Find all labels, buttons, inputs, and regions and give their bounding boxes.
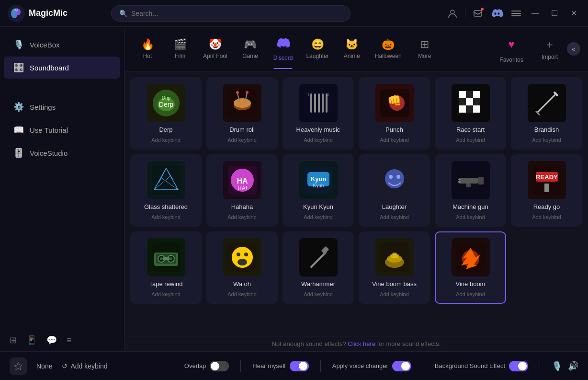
notification-icon[interactable] [471,7,485,20]
halloween-icon: 🎃 [382,38,395,51]
sound-keybind-vine-boom[interactable]: Add keybind [456,291,485,297]
sound-card-punch[interactable]: 👊 Punch Add keybind [359,77,430,150]
sound-grid-container[interactable]: Derp Drip Derp Add keybind [124,71,588,336]
sound-card-wa-oh[interactable]: Wa oh Add keybind [206,231,278,304]
tab-laughter[interactable]: 😄 Laughter [300,35,334,63]
sound-keybind-ready-go[interactable]: Add keybind [532,214,561,220]
sound-card-heavenly-music[interactable]: ♪ ♫ Heavenly music Add keybind [283,77,354,150]
tab-import[interactable]: ＋ Import [534,34,565,64]
sound-card-race-start[interactable]: Race start Add keybind [435,77,506,150]
sound-card-ready-go[interactable]: READY Ready go Add keybind [511,154,582,227]
tab-more[interactable]: ⊞ More [409,35,440,63]
svg-rect-86 [304,243,333,272]
sound-keybind-kyun-kyun[interactable]: Add keybind [304,214,333,220]
sound-keybind-vine-boom-bass[interactable]: Add keybind [380,291,409,297]
svg-text:Kyun: Kyun [310,175,326,183]
sound-keybind-drum-roll[interactable]: Add keybind [227,137,257,143]
sidebar-item-voicebox[interactable]: 🎙️ VoiceBox [4,34,120,56]
logo-icon [8,5,25,22]
profile-icon[interactable] [446,7,459,20]
sound-card-hahaha[interactable]: HA HA! Hahaha Add keybind [206,154,278,227]
sound-keybind-punch[interactable]: Add keybind [380,137,409,143]
svg-text:Drip: Drip [161,95,170,101]
collapse-panel-button[interactable]: « [567,42,580,56]
info-bar: Not enough sound effects? Click here for… [124,336,588,351]
sound-card-warhammer[interactable]: Warhammer Add keybind [283,231,354,304]
sound-card-vine-boom[interactable]: Vine boom Add keybind [435,231,506,304]
footer: None ↺ Add keybind Overlap Hear myself A… [0,351,588,380]
sound-card-brandish[interactable]: Brandish Add keybind [511,77,582,150]
sound-keybind-warhammer[interactable]: Add keybind [304,291,333,297]
april-fool-icon: 🤡 [209,38,222,51]
tab-label-game: Game [242,53,258,59]
tab-film[interactable]: 🎬 Film [165,35,195,63]
sound-thumb-drum [223,84,261,122]
overlap-toggle[interactable] [210,361,229,371]
search-bar[interactable]: 🔍 [111,5,351,22]
sound-keybind-laughter[interactable]: Add keybind [380,214,409,220]
sound-keybind-heavenly-music[interactable]: Add keybind [304,137,333,143]
svg-rect-39 [466,105,473,113]
list-icon[interactable]: ≡ [67,335,72,345]
sidebar-bottom: ⊞ 📱 💬 ≡ [0,329,124,351]
sound-keybind-hahaha[interactable]: Add keybind [227,214,257,220]
menu-icon[interactable] [509,7,523,20]
footer-sep-2 [320,360,321,372]
sidebar-item-settings[interactable]: ⚙️ Settings [4,96,120,118]
sound-card-derp[interactable]: Derp Drip Derp Add keybind [130,77,202,150]
sound-thumb-punch: 👊 [375,84,414,122]
mic-icon[interactable]: 🎙️ [552,361,562,371]
tab-halloween[interactable]: 🎃 Halloween [369,35,407,63]
sidebar-item-soundboard[interactable]: 🎛️ Soundboard [4,57,120,79]
tab-hot[interactable]: 🔥 Hot [132,35,163,63]
grid-icon[interactable]: ⊞ [10,335,17,345]
sound-keybind-derp[interactable]: Add keybind [151,137,181,143]
maximize-button[interactable]: ☐ [548,7,561,20]
sound-keybind-race-start[interactable]: Add keybind [456,137,485,143]
sound-keybind-brandish[interactable]: Add keybind [532,137,561,143]
voicebox-icon: 🎙️ [13,39,24,50]
sound-keybind-wa-oh[interactable]: Add keybind [227,291,257,297]
sound-card-laughter[interactable]: Laughter Add keybind [359,154,430,227]
tab-discord[interactable]: Discord [268,33,299,65]
minimize-button[interactable]: — [529,7,542,20]
footer-add-keybind[interactable]: ↺ Add keybind [62,362,107,370]
sidebar-item-tutorial[interactable]: 📖 Use Tutorial [4,119,120,141]
svg-point-4 [451,10,454,14]
chat-icon[interactable]: 💬 [46,335,57,345]
sound-name-machine-gun: Machine gun [452,203,488,210]
sound-thumb-kyun: Kyun Kyun [299,161,338,199]
sound-card-machine-gun[interactable]: Machine gun Add keybind [435,154,506,227]
tab-favorites[interactable]: ♥ Favorites [490,31,532,67]
tab-anime[interactable]: 🐱 Anime [337,35,367,63]
sound-card-kyun-kyun[interactable]: Kyun Kyun Kyun Kyun Add keybind [283,154,354,227]
sound-card-glass-shattered[interactable]: Glass shattered Add keybind [130,154,202,227]
sidebar-item-voicestudio[interactable]: 🎚️ VoiceStudio [4,142,120,164]
sound-grid: Derp Drip Derp Add keybind [130,77,582,304]
apply-voice-changer-toggle[interactable] [392,361,411,371]
sound-card-drum-roll[interactable]: Drum roll Add keybind [206,77,278,150]
sound-keybind-glass-shattered[interactable]: Add keybind [151,214,181,220]
sidebar-label-voicestudio: VoiceStudio [30,149,68,157]
close-button[interactable]: ✕ [567,7,580,20]
svg-rect-6 [511,11,521,12]
tab-april-fool[interactable]: 🤡 April Fool [197,35,233,63]
svg-text:HA!: HA! [237,185,247,192]
hear-myself-toggle[interactable] [290,361,309,371]
device-icon[interactable]: 📱 [26,335,37,345]
sound-card-vine-boom-bass[interactable]: Vine boom bass Add keybind [359,231,430,304]
svg-point-15 [234,98,251,108]
discord-icon[interactable] [490,7,504,20]
click-here-link[interactable]: Click here [348,340,375,347]
tab-game[interactable]: 🎮 Game [235,35,266,63]
sound-keybind-machine-gun[interactable]: Add keybind [456,214,485,220]
sound-card-tape-rewind[interactable]: Tape rewind Add keybind [130,231,202,304]
tab-label-film: Film [175,53,186,59]
search-input[interactable] [131,10,342,17]
sound-keybind-tape-rewind[interactable]: Add keybind [151,291,181,297]
anime-icon: 🐱 [345,38,358,51]
background-sound-toggle[interactable] [509,361,528,371]
svg-rect-38 [459,105,466,113]
speaker-icon[interactable]: 🔊 [568,361,578,371]
svg-point-3 [14,8,18,12]
